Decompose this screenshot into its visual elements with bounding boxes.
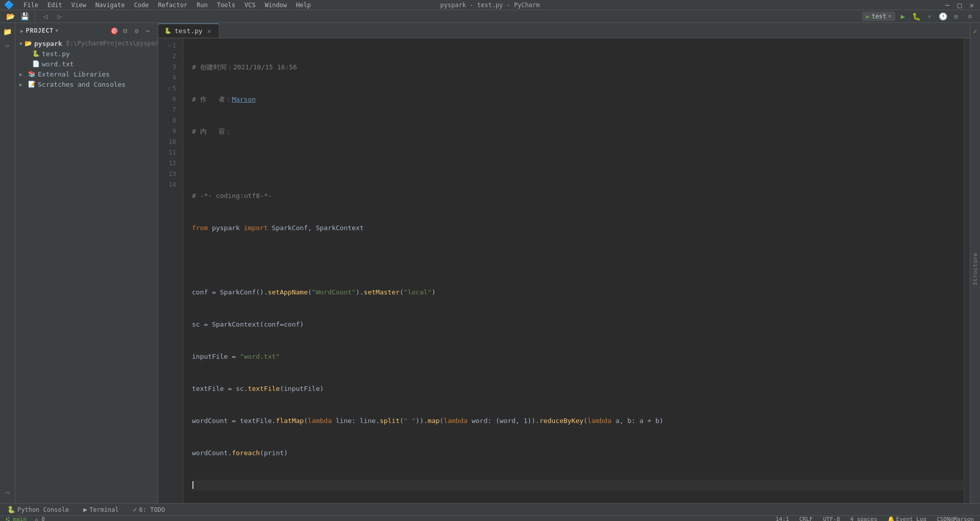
external-libs-label: External Libraries — [38, 70, 110, 78]
menu-bar: File Edit View Navigate Code Refactor Ru… — [19, 1, 315, 10]
sidebar-close-button[interactable]: − — [143, 26, 153, 35]
project-folder-icon: 📂 — [24, 39, 32, 47]
menu-run[interactable]: Run — [192, 1, 212, 10]
run-button[interactable]: ▶ — [897, 11, 909, 22]
save-button[interactable]: 💾 — [18, 10, 31, 22]
tab-bar: 🐍 test.py ✕ — [158, 23, 970, 38]
back-button[interactable]: ◁ — [39, 10, 52, 22]
todo-tab[interactable]: ✓ 6: TODO — [130, 504, 168, 515]
code-line-4 — [192, 158, 964, 169]
run-config-icon: ▶ — [866, 13, 870, 20]
activity-bar: 📁 S 2 — [0, 23, 15, 503]
terminal-icon: ▶ — [83, 506, 87, 513]
menu-code[interactable]: Code — [130, 1, 153, 10]
menu-view[interactable]: View — [67, 1, 90, 10]
inspection-status[interactable]: ✓ — [973, 27, 977, 35]
indent-size[interactable]: 4 spaces — [848, 516, 879, 521]
test-py-icon: 🐍 — [32, 49, 40, 58]
menu-vcs[interactable]: VCS — [240, 1, 260, 10]
scrollbar-area — [964, 38, 970, 503]
menu-tools[interactable]: Tools — [213, 1, 239, 10]
profile-button[interactable]: 🕐 — [937, 11, 948, 22]
project-view-button[interactable]: 📁 — [2, 26, 14, 38]
structure-button[interactable]: S — [2, 40, 14, 52]
app-icon: 🔷 — [4, 0, 14, 10]
python-console-label: Python Console — [17, 506, 69, 513]
git-status[interactable]: ⑆ main — [4, 516, 29, 521]
code-line-13: wordCount.foreach(print) — [192, 448, 964, 458]
code-line-10: inputFile = "word.txt" — [192, 351, 964, 362]
terminal-tab[interactable]: ▶ Terminal — [80, 504, 122, 515]
favorites-button[interactable]: 2 — [2, 487, 14, 499]
tab-close-button[interactable]: ✕ — [206, 28, 213, 35]
error-count[interactable]: ⚠ 0 — [33, 516, 47, 521]
menu-file[interactable]: File — [19, 1, 42, 10]
maximize-button[interactable]: □ — [955, 1, 964, 9]
event-log[interactable]: 🔔 Event Log — [886, 516, 929, 521]
menu-navigate[interactable]: Navigate — [91, 1, 129, 10]
code-line-5: # -*- coding:utf8-*- — [192, 190, 964, 201]
tree-arrow-pyspark: ▼ — [19, 41, 22, 46]
word-txt-label: word.txt — [42, 60, 74, 68]
minimize-button[interactable]: ─ — [943, 1, 951, 9]
line-ending[interactable]: CRLF — [797, 516, 815, 521]
sidebar-collapse-all-button[interactable]: ⊟ — [121, 26, 130, 35]
sidebar-title: Project — [26, 27, 54, 34]
menu-window[interactable]: Window — [261, 1, 291, 10]
main-toolbar: 📂 💾 ◁ ▷ ▶ test ▼ ▶ 🐛 ⚡ 🕐 ≡ ⚙ — [0, 10, 980, 23]
structure-label[interactable]: Structure — [972, 253, 978, 285]
tab-test-py[interactable]: 🐍 test.py ✕ — [158, 23, 219, 38]
tree-item-word-txt[interactable]: 📄 word.txt — [15, 59, 158, 69]
cursor-position[interactable]: 14:1 — [773, 516, 791, 521]
code-line-3: # 内 容： — [192, 126, 964, 137]
menu-edit[interactable]: Edit — [43, 1, 66, 10]
code-line-9: sc = SparkContext(conf=conf) — [192, 319, 964, 330]
event-log-icon: 🔔 — [888, 516, 895, 521]
code-editor: ⊟ 1 2 3 4 ⊟ 5 6 7 8 9 10 11 12 — [158, 38, 970, 503]
sidebar-header-buttons: 🎯 ⊟ ⚙ − — [110, 26, 153, 35]
title-bar-left: 🔷 File Edit View Navigate Code Refactor … — [4, 0, 315, 10]
scratches-icon: 📝 — [28, 80, 36, 88]
toolbar-separator — [35, 11, 35, 21]
debug-button[interactable]: 🐛 — [911, 11, 922, 22]
tree-arrow-ext-libs: ▶ — [19, 71, 26, 77]
sidebar-dropdown-icon[interactable]: ▼ — [56, 28, 59, 33]
code-line-11: textFile = sc.textFile(inputFile) — [192, 383, 964, 394]
fold-indicator-1[interactable]: ⊟ — [167, 40, 170, 51]
window-controls: ─ □ ✕ — [943, 1, 976, 9]
title-bar: 🔷 File Edit View Navigate Code Refactor … — [0, 0, 980, 10]
code-line-1: # 创建时间：2021/10/15 16:56 — [192, 62, 964, 72]
external-libs-icon: 📚 — [28, 70, 36, 78]
encoding[interactable]: UTF-8 — [821, 516, 842, 521]
tree-item-test-py[interactable]: 🐍 test.py — [15, 48, 158, 59]
sidebar-settings-button[interactable]: ⚙ — [132, 26, 141, 35]
main-row: 📁 S 2 ▶ Project ▼ 🎯 ⊟ ⚙ − — [0, 23, 980, 503]
status-left: ⑆ main ⚠ 0 — [4, 516, 47, 521]
sidebar-locate-button[interactable]: 🎯 — [110, 26, 119, 35]
settings-button[interactable]: ⚙ — [964, 10, 976, 22]
tree-root-pyspark[interactable]: ▼ 📂 pyspark E:\PycharmProjects\pyspark — [15, 38, 158, 48]
todo-icon: ✓ — [133, 506, 137, 513]
run-config-selector[interactable]: ▶ test ▼ — [862, 12, 895, 21]
window-title: pyspark - test.py - PyCharm — [440, 2, 540, 9]
open-file-button[interactable]: 📂 — [4, 10, 16, 22]
code-line-2: # 作 者：Marson — [192, 94, 964, 105]
menu-help[interactable]: Help — [292, 1, 315, 10]
run-with-coverage-button[interactable]: ⚡ — [924, 11, 935, 22]
menu-refactor[interactable]: Refactor — [154, 1, 191, 10]
close-button[interactable]: ✕ — [968, 1, 976, 9]
sidebar-expand-icon: ▶ — [20, 28, 24, 34]
forward-button[interactable]: ▷ — [54, 10, 66, 22]
code-content[interactable]: # 创建时间：2021/10/15 16:56 # 作 者：Marson # 内… — [184, 38, 964, 503]
tree-item-scratches[interactable]: ▶ 📝 Scratches and Consoles — [15, 79, 158, 89]
more-run-button[interactable]: ≡ — [950, 11, 962, 22]
run-config-dropdown-icon: ▼ — [889, 14, 891, 19]
python-console-tab[interactable]: 🐍 Python Console — [4, 504, 72, 515]
tree-arrow-scratches: ▶ — [19, 82, 26, 87]
tab-test-py-icon: 🐍 — [164, 28, 172, 34]
code-line-14 — [192, 480, 964, 490]
sidebar: ▶ Project ▼ 🎯 ⊟ ⚙ − ▼ 📂 pyspark — [15, 23, 158, 503]
vcs-user[interactable]: CSDN@Marson — [935, 516, 976, 521]
tree-item-external-libs[interactable]: ▶ 📚 External Libraries — [15, 69, 158, 79]
fold-indicator-5[interactable]: ⊟ — [167, 83, 170, 94]
